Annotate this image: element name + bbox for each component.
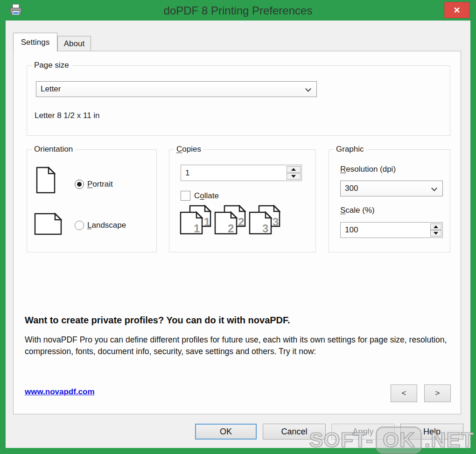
landscape-page-icon: [34, 213, 62, 235]
svg-text:1: 1: [204, 216, 210, 228]
help-button-label: Help: [423, 427, 441, 437]
help-button[interactable]: Help: [400, 424, 463, 440]
tab-settings-label: Settings: [21, 38, 49, 47]
ok-button[interactable]: OK: [195, 424, 257, 440]
landscape-radio-label: Landscape: [87, 221, 126, 230]
tab-about-label: About: [64, 39, 84, 49]
collate-preview: 1 1 2 2 3: [180, 205, 280, 235]
portrait-radio[interactable]: Portrait: [75, 180, 113, 189]
arrow-down-icon: [434, 232, 438, 235]
portrait-radio-label: Portrait: [87, 180, 113, 189]
scale-spin-up-button[interactable]: [430, 224, 441, 230]
promo-prev-button[interactable]: <: [391, 384, 417, 402]
arrow-up-icon: [434, 225, 438, 228]
settings-tab-panel: Page size Letter Letter 8 1/2 x 11 in Or…: [13, 51, 461, 414]
printing-preferences-dialog: Settings About Page size Letter Letter 8…: [6, 21, 470, 448]
chevron-down-icon: [305, 86, 311, 92]
printer-icon: [9, 4, 22, 17]
cancel-button[interactable]: Cancel: [263, 424, 326, 440]
page-size-group-label: Page size: [32, 61, 71, 70]
copies-spin-up-button[interactable]: [287, 166, 301, 173]
orientation-group-label: Orientation: [32, 145, 75, 154]
portrait-page-icon: [36, 167, 56, 194]
page-size-select[interactable]: Letter: [36, 81, 317, 97]
collate-pages-icon-1: 1 1: [180, 205, 211, 235]
svg-text:3: 3: [273, 216, 279, 228]
page-size-group: Page size Letter Letter 8 1/2 x 11 in: [27, 65, 450, 136]
collate-pages-icon-3: 3 3: [249, 205, 280, 235]
ok-button-label: OK: [220, 427, 232, 437]
copies-count-field: [181, 165, 302, 181]
collate-label: Collate: [194, 191, 219, 201]
chevron-left-icon: <: [402, 389, 406, 398]
copies-spin-down-button[interactable]: [287, 173, 301, 180]
arrow-up-icon: [291, 168, 296, 171]
tab-about[interactable]: About: [57, 36, 91, 51]
promo-headline: Want to create private profiles? You can…: [25, 315, 290, 326]
collate-pages-icon-2: 2 2: [214, 205, 246, 235]
page-size-description: Letter 8 1/2 x 11 in: [35, 111, 100, 120]
resolution-selected-value: 300: [345, 184, 358, 193]
close-icon: ✕: [453, 5, 460, 15]
arrow-down-icon: [291, 175, 296, 178]
page-size-selected-value: Letter: [41, 84, 61, 94]
svg-text:1: 1: [194, 222, 200, 235]
copies-group: Copies Collate 1 1: [169, 149, 316, 252]
promo-body: With novaPDF Pro you can define differen…: [25, 334, 448, 357]
tab-settings[interactable]: Settings: [13, 33, 57, 51]
collate-checkbox-row[interactable]: Collate: [181, 191, 219, 201]
titlebar: doPDF 8 Printing Preferences ✕: [0, 0, 476, 21]
promo-next-button[interactable]: >: [424, 384, 451, 402]
window-title: doPDF 8 Printing Preferences: [164, 4, 313, 17]
graphic-group: Graphic Resolution (dpi) 300 Scale (%): [329, 149, 450, 252]
orientation-group: Orientation Portrait Landscape: [27, 149, 157, 252]
svg-text:3: 3: [262, 222, 268, 235]
resolution-label: Resolution (dpi): [340, 165, 396, 174]
chevron-right-icon: >: [435, 389, 440, 398]
landscape-radio-circle: [75, 221, 84, 230]
portrait-radio-circle: [75, 180, 84, 189]
close-button[interactable]: ✕: [444, 2, 469, 18]
scale-field: [340, 222, 443, 238]
apply-button-label: Apply: [352, 427, 373, 437]
scale-spin-down-button[interactable]: [430, 230, 441, 237]
cancel-button-label: Cancel: [281, 427, 307, 437]
scale-label: Scale (%): [340, 206, 375, 215]
landscape-radio[interactable]: Landscape: [75, 221, 126, 230]
copies-group-label: Copies: [174, 145, 203, 154]
scale-input[interactable]: [341, 223, 442, 237]
svg-text:2: 2: [238, 216, 244, 228]
collate-checkbox[interactable]: [181, 191, 190, 201]
chevron-down-icon: [431, 185, 437, 191]
apply-button[interactable]: Apply: [331, 424, 395, 440]
resolution-select[interactable]: 300: [340, 181, 443, 196]
svg-text:2: 2: [228, 222, 234, 235]
novapdf-link[interactable]: www.novapdf.com: [25, 387, 95, 397]
copies-count-input[interactable]: [181, 165, 301, 181]
graphic-group-label: Graphic: [334, 145, 366, 154]
